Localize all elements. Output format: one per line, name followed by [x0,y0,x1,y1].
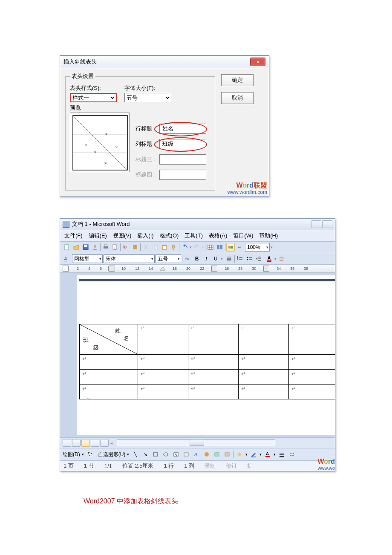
document-area[interactable]: 姓 名 班 级 ↵ ↵ ↵ ↵ ↵↵↵↵↵ ↵↵↵↵↵ ↵↵↵↵↵ ↵ [77,275,335,435]
paste-icon[interactable] [160,243,169,251]
reading-view-icon[interactable] [100,439,109,447]
indent-icon[interactable] [254,254,263,263]
header-style-select[interactable]: 样式一 [70,93,117,102]
fontsize-select[interactable]: 五号 [156,254,181,263]
outline-view-icon[interactable] [91,439,99,447]
view-button-bar[interactable]: ◂ [60,438,335,448]
open-icon[interactable] [72,243,81,251]
picture2-icon[interactable] [223,450,231,459]
dialog-title: 插入斜线表头 [63,58,250,66]
menu-help[interactable]: 帮助(H) [259,232,278,240]
wordart-icon[interactable] [182,450,190,459]
svg-rect-4 [65,245,69,250]
picture-icon[interactable] [213,450,221,459]
cut-icon[interactable] [141,243,150,251]
web-view-icon[interactable] [72,439,81,447]
diagram-icon[interactable]: A [192,450,201,459]
menu-file[interactable]: 文件(F) [64,232,83,240]
table-column-marker-icon[interactable] [263,266,269,272]
italic-icon[interactable]: I [202,254,210,263]
menu-window[interactable]: 窗口(W) [233,232,253,240]
menu-format[interactable]: 格式(O) [160,232,179,240]
spelling-icon[interactable]: 秒 [121,243,130,251]
menu-edit[interactable]: 编辑(E) [89,232,107,240]
char-border-icon[interactable]: 变 [277,254,286,263]
show-hide-icon[interactable]: ↵ [236,243,244,251]
textbox-icon[interactable]: A [172,450,180,459]
menu-table[interactable]: 表格(A) [209,232,227,240]
numbering-icon[interactable]: 12 [236,254,244,263]
font-color2-icon[interactable]: A [263,450,272,459]
zoom-select[interactable]: 100% [245,243,270,251]
rectangle-icon[interactable] [151,450,160,459]
minimize-icon[interactable] [311,220,321,228]
horizontal-scrollbar[interactable] [117,439,275,446]
clipart-icon[interactable] [202,450,211,459]
table-icon[interactable] [206,243,215,251]
copy-icon[interactable] [151,243,159,251]
new-icon[interactable] [63,243,71,251]
font-color-icon[interactable]: A [265,254,274,263]
research-icon[interactable] [131,243,139,251]
line-icon[interactable]: ╲ [131,450,139,459]
menu-view[interactable]: 视图(V) [113,232,131,240]
dialog-titlebar[interactable]: 插入斜线表头 ✕ [60,56,269,68]
first-line-indent-icon[interactable] [159,266,166,271]
menu-bar[interactable]: 文件(F) 编辑(E) 视图(V) 插入(I) 格式(O) 工具(T) 表格(A… [60,230,335,242]
app-titlebar[interactable]: 文档 1 - Microsoft Word [60,219,335,230]
line-color-icon[interactable] [249,450,258,459]
standard-toolbar[interactable]: 秒 ▾ ▾ ↵ 100% ▾ [60,242,335,253]
select-objects-icon[interactable] [86,450,94,459]
align-justify-icon[interactable] [225,254,233,263]
oval-icon[interactable] [161,450,170,459]
svg-rect-6 [84,245,87,247]
maximize-icon[interactable] [322,220,332,228]
tab-selector-icon[interactable]: ∟ [63,266,69,272]
styles-icon[interactable]: A [63,254,71,263]
draw-menu[interactable]: 绘图(D) [63,451,80,458]
ok-button[interactable]: 确定 [221,74,254,86]
font-size-select[interactable]: 五号 [124,93,171,102]
arrow-icon[interactable]: ↘ [141,450,150,459]
normal-view-icon[interactable] [63,439,71,447]
drawing-icon[interactable] [226,243,235,251]
document-table[interactable]: 姓 名 班 级 ↵ ↵ ↵ ↵ ↵↵↵↵↵ ↵↵↵↵↵ ↵↵↵↵↵ [79,324,335,399]
svg-rect-9 [104,245,107,246]
watermark: Word联盟 www.wordlm.com [228,182,267,196]
autoshapes-menu[interactable]: 自选图形(U) [98,451,126,458]
title3-input[interactable] [159,154,206,165]
font-select[interactable]: 宋体 [104,254,155,263]
table-column-marker-icon[interactable] [211,266,217,272]
row-title-input[interactable]: 姓名 [159,124,206,134]
menu-tools[interactable]: 工具(T) [184,232,203,240]
bold-icon[interactable]: B [193,254,201,263]
menu-insert[interactable]: 插入(I) [137,232,153,240]
print-layout-view-icon[interactable] [81,439,90,447]
format-painter-icon[interactable] [170,243,178,251]
horizontal-ruler[interactable]: ∟ 2 4 6 10 12 14 18 20 22 26 28 30 34 36… [60,265,335,273]
close-icon[interactable]: ✕ [250,58,265,66]
redo-icon[interactable] [193,243,201,251]
bullets-icon[interactable] [245,254,254,263]
title4-input[interactable] [159,170,206,180]
save-icon[interactable] [81,243,90,251]
line-style-icon[interactable] [277,450,286,459]
permission-icon[interactable] [91,243,99,251]
print-icon[interactable] [101,243,110,251]
status-section: 1 节 [84,462,94,470]
dash-style-icon[interactable] [288,450,296,459]
formatting-toolbar[interactable]: A 网格型 宋体 五号 √α B I U ▾ 12 A ▾ 变 [60,253,335,265]
phonetic-icon[interactable]: √α [183,254,192,263]
fill-color-icon[interactable] [235,450,244,459]
svg-text:A: A [64,256,67,261]
style-select[interactable]: 网格型 [72,254,103,263]
indent-marker-icon[interactable] [108,266,115,272]
columns-icon[interactable] [216,243,224,251]
underline-icon[interactable]: U [211,254,220,263]
col-title-label: 列标题： [134,140,158,148]
preview-icon[interactable] [111,243,119,251]
drawing-toolbar[interactable]: 绘图(D)▾ 自选图形(U)▾ ╲ ↘ A A ▾ ▾ A▾ [60,448,335,460]
cancel-button[interactable]: 取消 [221,92,254,104]
undo-icon[interactable] [180,243,189,251]
col-title-input[interactable]: 班级 [159,139,206,149]
